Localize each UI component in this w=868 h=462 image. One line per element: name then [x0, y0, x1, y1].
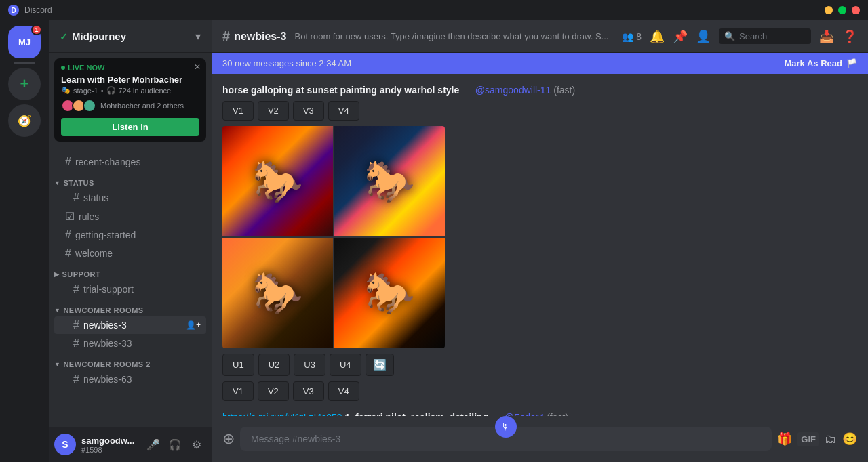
live-banner: ✕ LIVE NOW Learn with Peter Mohrbacher 🎭… — [54, 58, 206, 142]
u2-button[interactable]: U2 — [258, 354, 290, 376]
messages-area: horse galloping at sunset painting andy … — [212, 74, 868, 416]
arrow-icon: ▼ — [54, 361, 60, 368]
message-content: horse galloping at sunset painting andy … — [222, 85, 857, 96]
horse-silhouette-icon: 🐎 — [334, 238, 445, 348]
explore-servers-button[interactable]: 🧭 — [8, 104, 41, 137]
add-members-icon: 👤+ — [186, 320, 201, 330]
v1-button[interactable]: V1 — [222, 101, 254, 121]
emoji-button[interactable]: 😊 — [842, 432, 857, 446]
close-live-banner-button[interactable]: ✕ — [194, 62, 201, 72]
v3-button[interactable]: V3 — [293, 101, 324, 121]
v3-button-2[interactable]: V3 — [293, 381, 324, 401]
u3-button[interactable]: U3 — [294, 354, 326, 376]
channel-item-status[interactable]: # status — [54, 189, 206, 207]
server-name: ✓ Midjourney — [60, 30, 126, 42]
u1-button[interactable]: U1 — [222, 354, 254, 376]
notification-badge: 1 — [31, 24, 42, 35]
generated-image-1[interactable]: 🐎 — [222, 126, 333, 236]
close-button[interactable] — [852, 6, 860, 14]
speed-tag: (fast) — [553, 85, 575, 96]
category-newcomer-rooms-2[interactable]: ▼ NEWCOMER ROOMS 2 — [49, 358, 212, 370]
pinned-messages-button[interactable]: 📌 — [673, 29, 688, 44]
flag-icon: 🏳️ — [846, 58, 857, 68]
mark-read-button[interactable]: Mark As Read 🏳️ — [785, 58, 858, 68]
server-icon-midjourney[interactable]: MJ 1 — [8, 26, 41, 58]
server-sidebar: MJ 1 + 🧭 — [0, 20, 49, 462]
hash-icon: # — [65, 229, 71, 241]
channel-item-getting-started[interactable]: # getting-started — [54, 226, 206, 244]
channel-item-rules[interactable]: ☑ rules — [54, 207, 206, 226]
category-newcomer-rooms[interactable]: ▼ NEWCOMER ROOMS — [49, 303, 212, 316]
hash-icon: # — [73, 283, 79, 295]
search-icon: 🔍 — [724, 31, 735, 41]
v1-button-2[interactable]: V1 — [222, 381, 254, 401]
sticker-button[interactable]: 🗂 — [825, 432, 837, 446]
generated-image-4[interactable]: 🐎 — [334, 238, 445, 348]
hash-icon: # — [73, 192, 79, 204]
v4-button-2[interactable]: V4 — [328, 381, 359, 401]
channel-item-welcome[interactable]: # welcome — [54, 245, 206, 262]
generated-image-3[interactable]: 🐎 — [222, 238, 333, 348]
message-item: horse galloping at sunset painting andy … — [222, 85, 857, 401]
checkbox-icon: ☑ — [65, 210, 75, 223]
add-server-button[interactable]: + — [8, 68, 41, 100]
channel-item-newbies-33[interactable]: # newbies-33 — [54, 335, 206, 352]
arrow-icon: ▼ — [54, 180, 60, 186]
window-controls[interactable] — [825, 6, 860, 14]
search-box[interactable]: 🔍 Search — [719, 28, 811, 44]
channel-name: status — [83, 192, 108, 203]
version-buttons-row: V1 V2 V3 V4 — [222, 101, 857, 121]
refresh-icon: 🔄 — [373, 359, 387, 371]
channel-item-newbies-3[interactable]: # newbies-3 👤+ — [54, 316, 206, 334]
v2-button[interactable]: V2 — [258, 101, 289, 121]
u4-button[interactable]: U4 — [330, 354, 361, 376]
horse-silhouette-icon: 🐎 — [222, 238, 333, 348]
headphone-button[interactable]: 🎧 — [165, 435, 184, 454]
app-title: Discord — [24, 5, 52, 15]
live-stage: 🎭 stage-1 • 🎧 724 in audience — [61, 86, 199, 95]
notification-settings-button[interactable]: 🔔 — [650, 29, 665, 44]
mic-icon: 🎙 — [501, 421, 511, 432]
upscale-buttons-row: U1 U2 U3 U4 🔄 — [222, 354, 857, 376]
channel-item-recent-changes[interactable]: # recent-changes — [54, 153, 206, 171]
v2-button-2[interactable]: V2 — [258, 381, 289, 401]
app-layout: MJ 1 + 🧭 ✓ Midjourney ▾ ✕ LIVE NOW Learn… — [0, 20, 868, 462]
category-support[interactable]: ▶ SUPPORT — [49, 268, 212, 280]
help-button[interactable]: ❓ — [842, 29, 857, 44]
channel-name: newbies-63 — [83, 374, 132, 385]
maximize-button[interactable] — [838, 6, 846, 14]
minimize-button[interactable] — [825, 6, 833, 14]
settings-button[interactable]: ⚙ — [187, 435, 206, 454]
add-attachment-button[interactable]: ⊕ — [222, 430, 235, 448]
channel-item-trial-support[interactable]: # trial-support — [54, 280, 206, 298]
horse-silhouette-icon: 🐎 — [334, 126, 445, 236]
hash-icon: # — [73, 319, 79, 331]
generated-image-2[interactable]: 🐎 — [334, 126, 445, 236]
titlebar: D Discord — [0, 0, 868, 20]
gift-button[interactable]: 🎁 — [777, 432, 792, 446]
avatar — [83, 99, 96, 112]
category-status[interactable]: ▼ STATUS — [49, 176, 212, 188]
members-list-button[interactable]: 👤 — [696, 29, 711, 44]
v4-button[interactable]: V4 — [328, 101, 359, 121]
listen-in-button[interactable]: Listen In — [61, 118, 199, 136]
gif-button[interactable]: GIF — [797, 432, 819, 446]
regenerate-button[interactable]: 🔄 — [366, 354, 394, 376]
header-actions: 👥 8 🔔 📌 👤 🔍 Search 📥 ❓ — [622, 28, 857, 44]
message-input-container[interactable]: 🎙 — [240, 427, 772, 451]
member-count: 👥 8 — [622, 31, 642, 42]
mic-button[interactable]: 🎤 — [144, 435, 163, 454]
inbox-button[interactable]: 📥 — [819, 29, 834, 44]
main-content: # newbies-3 Bot room for new users. Type… — [212, 20, 868, 462]
channel-name: recent-changes — [75, 156, 141, 167]
titlebar-left: D Discord — [8, 5, 52, 16]
voice-message-button[interactable]: 🎙 — [495, 416, 517, 438]
channel-hash-icon: # — [222, 28, 230, 44]
server-header[interactable]: ✓ Midjourney ▾ — [49, 20, 212, 53]
prompt-text: horse galloping at sunset painting andy … — [222, 85, 459, 96]
channel-item-newbies-63[interactable]: # newbies-63 — [54, 371, 206, 388]
arrow-icon: ▼ — [54, 307, 60, 314]
mention: @samgoodwill-11 — [475, 85, 551, 96]
horse-silhouette-icon: 🐎 — [222, 126, 333, 236]
live-label: LIVE NOW — [61, 64, 199, 72]
